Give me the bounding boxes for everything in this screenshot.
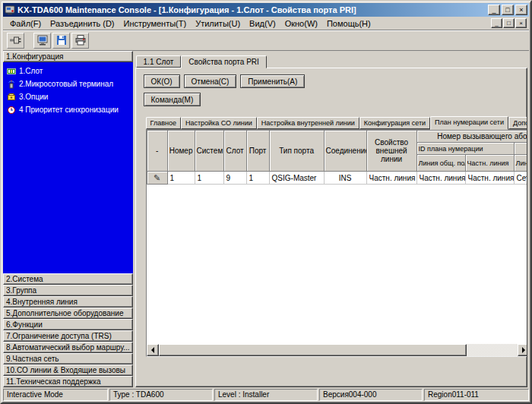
horizontal-scrollbar[interactable] [147,344,527,356]
mdi-close-button[interactable]: × [515,18,527,28]
sidebar-section-extension[interactable]: 4.Внутренняя линия [3,296,133,308]
title-bar: KX-TDA600 Maintenance Console - [1.Конфи… [3,3,529,17]
edit-pencil-icon: ✎ [154,173,160,182]
sidebar-section-features[interactable]: 6.Функции [3,319,133,330]
cell-connection[interactable]: INS [324,172,366,185]
print-icon[interactable] [71,33,89,49]
cell-private-line[interactable]: Частн. линия [465,172,514,185]
menu-view[interactable]: Вид(V) [245,17,280,30]
tree-item-options[interactable]: 3.Опции [5,90,131,103]
col-header-port-type[interactable]: Тип порта [269,131,324,172]
menu-utilities[interactable]: Утилиты(U) [191,17,245,30]
col-group-calling-party-number[interactable]: Номер вызывающего або [416,131,527,143]
status-mode: Interactive Mode [3,389,108,401]
maximize-button[interactable]: □ [502,5,514,15]
cell-system[interactable]: 1 [195,172,223,185]
tab-pri-port-properties[interactable]: Свойства порта PRI [181,55,267,68]
command-row: Команда(M) [144,93,527,106]
col-header-selector[interactable]: - [147,131,167,172]
menu-disconnect[interactable]: Разъединить (D) [46,17,119,30]
tab-network-numbering-plan[interactable]: План нумерации сети [430,116,508,130]
cell-line-truncated[interactable]: Сеть [514,172,527,185]
sidebar-section-configuration[interactable]: 1.Конфигурация [3,51,133,62]
minimize-button[interactable]: _ [488,5,500,15]
row-selector[interactable]: ✎ [147,172,167,185]
sidebar-section-group[interactable]: 3.Группа [3,285,133,296]
cell-public-line[interactable]: Частн. линия [416,172,465,185]
mdi-minimize-button[interactable]: _ [491,18,502,28]
col-header-connection[interactable]: Соединение [324,131,366,172]
sidebar-section-private-network[interactable]: 9.Частная сеть [3,353,133,365]
table-row[interactable]: ✎ 1 1 9 1 QSIG-Master INS Частн. линия Ч… [147,172,527,185]
ok-button[interactable]: ОК(O) [144,74,180,88]
tab-network-configuration[interactable]: Конфигурация сети [359,117,430,129]
mdi-restore-button[interactable]: □ [503,18,515,28]
sidebar-section-maintenance[interactable]: 11.Техническая поддержка [3,376,133,387]
col-header-slot[interactable]: Слот [223,131,246,172]
cell-slot[interactable]: 9 [223,172,246,185]
status-region: Region011-011 [424,389,529,401]
slot-icon [7,67,16,76]
toolbar [3,30,529,51]
tab-extension-settings[interactable]: Настройка внутренней линии [257,117,359,129]
dialog-buttons: ОК(O) Отмена(C) Применить(A) [144,74,527,88]
cell-port-type[interactable]: QSIG-Master [269,172,324,185]
cell-number[interactable]: 1 [167,172,195,185]
tree-item-sync-priority[interactable]: 4 Приоритет синхронизации [5,103,131,116]
main-area: 1.1 Слот Свойства порта PRI ОК(O) Отмена… [133,51,529,387]
sidebar-section-arc[interactable]: 8.Автоматический выбор маршру... [3,342,133,353]
close-button[interactable]: × [515,5,527,15]
status-level: Level : Installer [214,389,318,401]
col-group-numbering-plan-id[interactable]: ID плана нумерации [416,143,514,155]
horizontal-scroll-thumb[interactable] [159,344,467,356]
sidebar-section-system[interactable]: 2.Система [3,273,133,285]
pri-port-panel: ОК(O) Отмена(C) Применить(A) Команда(M) … [135,68,527,387]
col-header-system[interactable]: Систем [195,131,223,172]
sidebar-section-trs[interactable]: 7.Ограничение доступа (TRS) [3,330,133,342]
sidebar-section-optional-device[interactable]: 5.Дополнительное оборудование [3,308,133,319]
tree-item-wireless-terminal[interactable]: 2.Микросотовый терминал [5,77,131,90]
horizontal-scroll-track[interactable] [159,344,518,356]
tree-item-label: 4 Приоритет синхронизации [19,106,119,114]
col-header-public-line[interactable]: Линия общ. польз. [416,155,465,172]
col-header-number[interactable]: Номер [167,131,195,172]
col-header-private-line[interactable]: Частн. линия [465,155,514,172]
col-header-port[interactable]: Порт [246,131,269,172]
menu-help[interactable]: Помощь(H) [322,17,375,30]
status-type: Type : TDA600 [109,389,213,401]
tab-co-line-settings[interactable]: Настройка СО линии [181,117,257,129]
settings-tabs: Главное Настройка СО линии Настройка вну… [146,116,527,129]
menu-file[interactable]: Файл(F) [5,17,46,30]
port-table: - Номер Систем Слот Порт Тип порта Соеди… [147,130,527,185]
scroll-right-icon [522,347,525,353]
tree-item-slot[interactable]: 1.Слот [5,65,131,77]
apply-button[interactable]: Применить(A) [240,74,305,88]
window-body: 1.Конфигурация 1.Слот [3,51,529,387]
sidebar: 1.Конфигурация 1.Слот [3,51,133,387]
antenna-icon [7,80,16,89]
command-button[interactable]: Команда(M) [144,93,201,106]
status-version: Версия004-000 [319,389,423,401]
tab-supplementary-services[interactable]: Дополнительные услуги [508,117,527,129]
cell-trunk-property[interactable]: Частн. линия [366,172,416,185]
cell-port[interactable]: 1 [246,172,269,185]
tree-item-label: 2.Микросотовый терминал [19,80,113,88]
tree-item-label: 1.Слот [19,67,43,75]
scroll-left-button[interactable] [147,344,159,356]
menu-tools[interactable]: Инструменты(T) [119,17,192,30]
tab-main[interactable]: Главное [146,117,181,129]
sidebar-section-co-incoming[interactable]: 10.СО линии & Входящие вызовы [3,365,133,376]
col-header-line-truncated[interactable]: Линия об [514,155,527,172]
scroll-right-button[interactable] [518,344,527,356]
document-tabs: 1.1 Слот Свойства порта PRI [135,53,527,68]
menu-window[interactable]: Окно(W) [280,17,322,30]
app-window: KX-TDA600 Maintenance Console - [1.Конфи… [0,0,532,404]
cancel-button[interactable]: Отмена(C) [184,74,237,88]
scroll-left-icon [151,347,154,353]
sidebar-tree: 1.Слот 2.Микросотовый терминал [3,62,133,273]
disconnect-icon[interactable] [7,33,24,49]
save-icon[interactable] [52,33,70,49]
tab-slot[interactable]: 1.1 Слот [136,55,182,68]
monitor-icon[interactable] [33,33,51,49]
col-header-trunk-property[interactable]: Свойство внешней линии [366,131,416,172]
